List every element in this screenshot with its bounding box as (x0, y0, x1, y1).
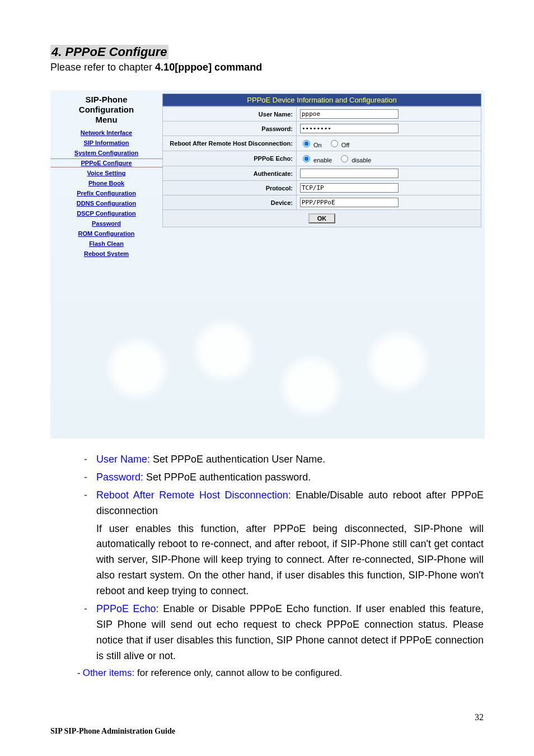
text-password: Set PPPoE authentication password. (143, 472, 311, 483)
intro-bold: 4.10[pppoe] command (155, 62, 262, 73)
radio-echo-enable-wrap[interactable]: enable (300, 157, 332, 164)
sidebar-item-ddns-configuration[interactable]: DDNS Configuration (50, 200, 162, 207)
description-list-2: PPPoE Echo: Enable or Disable PPPoE Echo… (84, 601, 484, 664)
reboot-extra-paragraph: If user enables this function, after PPP… (96, 521, 484, 599)
radio-reboot-off[interactable] (331, 140, 338, 147)
sidebar-item-prefix-configuration[interactable]: Prefix Configuration (50, 190, 162, 197)
label-protocol: Protocol: (163, 181, 297, 195)
section-title-text: 4. PPPoE Configure (50, 45, 168, 59)
input-protocol[interactable] (300, 183, 399, 193)
desc-user-name: User Name: Set PPPoE authentication User… (84, 452, 484, 468)
sidebar: SIP-Phone Configuration Menu Network Int… (50, 90, 162, 264)
label-echo: PPPoE Echo: (163, 151, 297, 166)
pppoe-config-screenshot: SIP-Phone Configuration Menu Network Int… (50, 90, 485, 438)
description-list: User Name: Set PPPoE authentication User… (84, 452, 484, 519)
radio-reboot-on[interactable] (303, 140, 310, 147)
panel-title: PPPoE Device Information and Configureat… (162, 94, 481, 106)
sidebar-title: SIP-Phone Configuration Menu (54, 95, 159, 125)
term-password: Password: (96, 472, 143, 483)
intro-prefix: Please refer to chapter (50, 62, 155, 73)
other-items-line: -Other items: for reference only, cannot… (77, 668, 484, 679)
row-user-name: User Name: (163, 107, 481, 122)
sidebar-item-sip-information[interactable]: SIP Information (50, 139, 162, 146)
content-panel: PPPoE Device Information and Configureat… (162, 94, 481, 227)
input-user-name[interactable] (300, 109, 399, 119)
sidebar-item-password[interactable]: Password (50, 220, 162, 227)
sidebar-item-rom-configuration[interactable]: ROM Configuration (50, 230, 162, 237)
desc-reboot: Reboot After Remote Host Disconnection: … (84, 488, 484, 519)
row-ok: OK (163, 210, 481, 227)
row-device: Device: (163, 195, 481, 210)
section-heading: 4. PPPoE Configure (50, 45, 484, 59)
radio-reboot-off-wrap[interactable]: Off (328, 142, 350, 148)
row-reboot-after-disconnect: Reboot After Remote Host Disconnection: … (163, 136, 481, 151)
label-user-name: User Name: (163, 107, 297, 122)
text-other-items: for reference only, cannot allow to be c… (134, 668, 342, 678)
term-reboot: Reboot After Remote Host Disconnection: (96, 489, 291, 501)
desc-pppoe-echo: PPPoE Echo: Enable or Disable PPPoE Echo… (84, 601, 484, 664)
radio-reboot-on-wrap[interactable]: On (300, 142, 322, 148)
sidebar-item-reboot-system[interactable]: Reboot System (50, 250, 162, 257)
sidebar-item-flash-clean[interactable]: Flash Clean (50, 240, 162, 247)
radio-echo-enable[interactable] (303, 155, 310, 162)
input-authenticate[interactable] (300, 169, 399, 178)
sidebar-item-network-interface[interactable]: Network Interface (50, 129, 162, 136)
radio-echo-disable-wrap[interactable]: disable (338, 157, 371, 164)
sidebar-item-dscp-configuration[interactable]: DSCP Configuration (50, 210, 162, 217)
input-device[interactable] (300, 198, 399, 207)
term-other-items: Other items: (83, 668, 135, 678)
sidebar-item-phone-book[interactable]: Phone Book (50, 180, 162, 186)
label-password: Password: (163, 122, 297, 136)
text-user-name: Set PPPoE authentication User Name. (150, 454, 325, 465)
config-form-table: User Name: Password: Reboot After Remote… (162, 106, 481, 227)
label-device: Device: (163, 195, 297, 210)
term-pppoe-echo: PPPoE Echo (96, 603, 156, 614)
term-user-name: User Name: (96, 454, 150, 465)
desc-password: Password: Set PPPoE authentication passw… (84, 470, 484, 486)
footer-text: SIP SIP-Phone Administration Guide (50, 727, 175, 736)
intro-line: Please refer to chapter 4.10[pppoe] comm… (50, 62, 484, 73)
row-pppoe-echo: PPPoE Echo: enable disable (163, 151, 481, 166)
page-number: 32 (475, 712, 484, 722)
sidebar-item-pppoe-configure[interactable]: PPPoE Configure (50, 160, 162, 166)
label-reboot: Reboot After Remote Host Disconnection: (163, 136, 297, 151)
ok-button[interactable]: OK (308, 213, 336, 223)
row-authenticate: Authenticate: (163, 166, 481, 181)
sidebar-item-system-configuration[interactable]: System Configuration (50, 150, 162, 156)
input-password[interactable] (300, 124, 399, 133)
radio-echo-disable[interactable] (341, 155, 348, 162)
label-authenticate: Authenticate: (163, 166, 297, 181)
sidebar-item-voice-setting[interactable]: Voice Setting (50, 170, 162, 176)
row-protocol: Protocol: (163, 181, 481, 195)
row-password: Password: (163, 122, 481, 136)
